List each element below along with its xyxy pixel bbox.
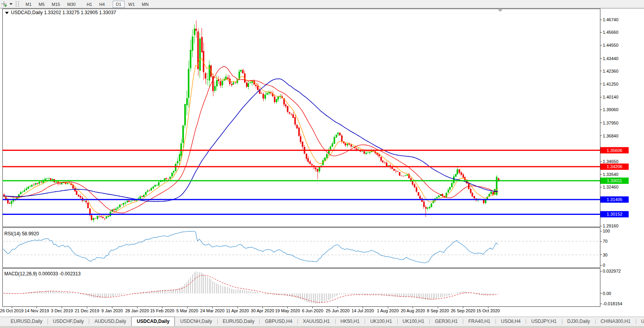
cursor-tool-icon[interactable] — [1, 1, 8, 7]
price-badge-label: 1.31405 — [607, 197, 622, 202]
date-label: 3 Dec 2019 — [51, 308, 73, 313]
price-badge-label: 1.30152 — [607, 212, 622, 216]
tab-usdchf-daily[interactable]: USDCHF,Daily — [48, 317, 89, 326]
tab-fra40-h1[interactable]: FRA40,H1 — [463, 317, 495, 326]
rsi-label: RSI(14) 58.9920 — [4, 231, 39, 236]
date-label: 30 Apr 2020 — [251, 308, 274, 313]
tab-uk100-h1[interactable]: UK100,H1 — [365, 317, 397, 326]
date-label: 21 Dec 2019 — [75, 308, 99, 313]
date-label: 9 Jan 2020 — [101, 308, 123, 313]
toolbar-grip[interactable] — [16, 1, 19, 7]
tab-usdcnh-daily[interactable]: USDCNH,Daily — [175, 317, 217, 326]
macd-label: MACD(12,26,9) 0.000033 -0.002313 — [4, 271, 81, 277]
tab-dj30-daily[interactable]: DJ30,Daily — [562, 317, 595, 326]
price-tick-label: 1.34650 — [603, 159, 618, 164]
price-tick-label: 1.44550 — [603, 43, 618, 48]
timeframe-button-m30[interactable]: M30 — [64, 1, 79, 8]
price-tick-label: 1.42360 — [603, 69, 618, 73]
date-label: 20 Aug 2020 — [401, 308, 425, 313]
price-tick-label: 1.40140 — [603, 95, 618, 99]
date-label: 25 Jun 2020 — [326, 308, 350, 313]
date-label: 14 Jul 2020 — [352, 308, 374, 313]
date-label: 5 Mar 2020 — [176, 308, 198, 313]
date-label: 15 Oct 2020 — [476, 308, 500, 313]
tab-usdcad-daily[interactable]: USDCAD,Daily — [131, 317, 175, 326]
tab-hk50-h1[interactable]: HK50,H1 — [336, 317, 365, 326]
date-label: 1 Aug 2020 — [377, 308, 399, 313]
timeframe-toolbar: M1M5M15M30H1H4D1W1MN — [0, 0, 644, 9]
price-badge-label: 1.34206 — [607, 164, 622, 169]
date-label: 14 Nov 2019 — [25, 308, 49, 313]
date-label: 19 May 2020 — [275, 308, 300, 313]
price-tick-label: 1.43440 — [603, 56, 618, 61]
price-tick-label: 1.36840 — [603, 134, 618, 138]
rsi-axis-label: 70 — [603, 239, 607, 244]
rsi-pane — [2, 227, 600, 268]
price-tick-label: 1.29160 — [603, 224, 618, 228]
price-tick-label: 1.45660 — [603, 30, 618, 35]
date-label: 8 Sep 2020 — [427, 308, 449, 313]
caret-down-icon[interactable] — [9, 3, 13, 5]
symbol-tab-bar: EURUSD,DailyUSDCHF,DailyAUDUSD,DailyUSDC… — [0, 317, 644, 326]
timeframe-button-d1[interactable]: D1 — [113, 1, 125, 8]
timeframe-button-m5[interactable]: M5 — [35, 1, 48, 8]
status-strip — [0, 326, 644, 328]
date-label: 15 Feb 2020 — [150, 308, 174, 313]
tabs: EURUSD,DailyUSDCHF,DailyAUDUSD,DailyUSDC… — [6, 317, 644, 326]
price-tick-label: 1.33540 — [603, 172, 618, 177]
macd-axis-label: 0.032972 — [603, 269, 621, 273]
price-tick-label: 1.46740 — [603, 17, 618, 22]
tab-gbpusd-h4[interactable]: GBPUSD,H4 — [260, 317, 297, 326]
rsi-axis-label: 100 — [603, 229, 610, 233]
tab-audusd-daily[interactable]: AUDUSD,Daily — [89, 317, 131, 326]
chart-canvas[interactable]: 1.467401.456601.445501.434401.423601.412… — [0, 0, 644, 317]
price-tick-label: 1.32460 — [603, 185, 618, 189]
tab-uk100-h1[interactable]: UK100,H1 — [398, 317, 429, 326]
rsi-axis-label: 30 — [603, 253, 607, 257]
timeframe-button-m1[interactable]: M1 — [22, 1, 35, 8]
price-badge-label: 1.35606 — [607, 148, 622, 153]
price-badge-label: 1.33011 — [607, 178, 622, 183]
tab-usoil-h1[interactable]: USOil,H1 — [636, 317, 644, 326]
timeframe-button-w1[interactable]: W1 — [125, 1, 138, 8]
timeframe-button-mn[interactable]: MN — [139, 1, 152, 8]
date-label: 28 Jan 2020 — [125, 308, 149, 313]
tab-usdjpy-h1[interactable]: USDJPY,H1 — [526, 317, 561, 326]
timeframe-button-h1[interactable]: H1 — [83, 1, 95, 8]
tab-xauusd-h1[interactable]: XAUUSD,H1 — [298, 317, 335, 326]
terminal-window: 1.467401.456601.445501.434401.423601.412… — [0, 0, 644, 328]
timeframe-button-h4[interactable]: H4 — [96, 1, 108, 8]
price-tick-label: 1.37950 — [603, 121, 618, 125]
tab-china300-h1[interactable]: CHINA300,H1 — [596, 317, 636, 326]
chart-title: USDCAD,Daily 1.33202 1.33275 1.32905 1.3… — [11, 10, 116, 15]
tab-usoil-h4[interactable]: USOil,H4 — [496, 317, 526, 326]
macd-axis-label: 0.00 — [603, 291, 611, 296]
price-tick-label: 1.39060 — [603, 107, 618, 112]
date-label: 11 Apr 2020 — [226, 308, 249, 313]
macd-pane — [2, 268, 600, 306]
price-tick-label: 1.41250 — [603, 82, 618, 86]
timeframe-buttons: M1M5M15M30H1H4D1W1MN — [22, 0, 152, 7]
date-label: 26 Sep 2020 — [451, 308, 475, 313]
date-label: 24 Mar 2020 — [200, 308, 225, 313]
tab-ger30-h1[interactable]: GER30,H1 — [430, 317, 463, 326]
timeframe-button-m15[interactable]: M15 — [49, 1, 63, 8]
date-label: 26 Oct 2019 — [0, 308, 24, 313]
rsi-axis-label: 0 — [603, 263, 605, 268]
macd-axis-label: -0.018154 — [603, 301, 622, 306]
tab-eurusd-daily[interactable]: EURUSD,Daily — [218, 317, 260, 326]
date-label: 6 Jun 2020 — [302, 308, 323, 313]
tab-eurusd-daily[interactable]: EURUSD,Daily — [6, 317, 48, 326]
